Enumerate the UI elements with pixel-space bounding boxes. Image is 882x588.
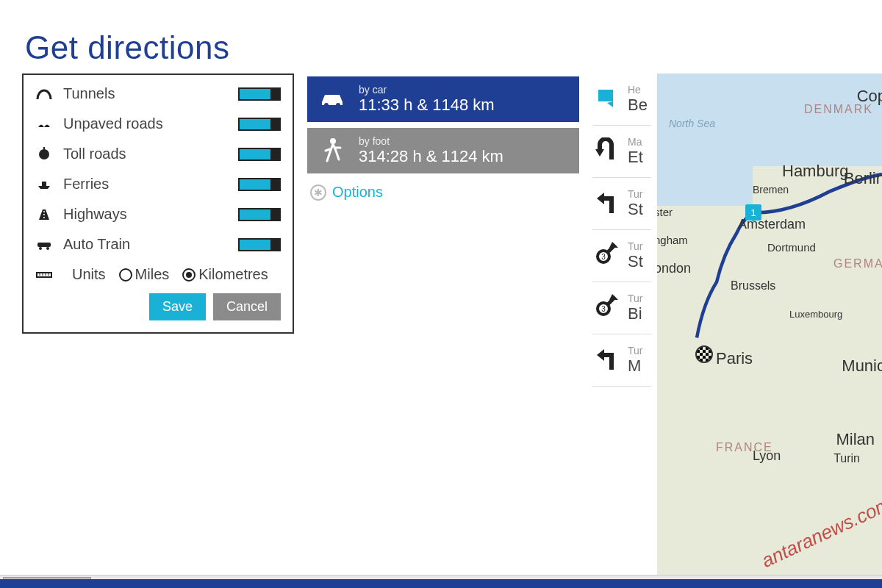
direction-hint: Tur <box>628 240 643 252</box>
toggle-ferries[interactable] <box>238 178 281 191</box>
city-label: Dortmund <box>767 241 816 254</box>
route-card-foot[interactable]: by foot 314:28 h & 1124 km <box>307 128 579 173</box>
routes-column: by car 11:33 h & 1148 km by foot 314:28 … <box>307 74 579 588</box>
city-label: Cop <box>857 87 882 106</box>
direction-main: St <box>628 252 643 271</box>
city-label: ondon <box>657 261 691 276</box>
option-tunnels: Tunnels <box>35 85 281 102</box>
direction-hint: Tur <box>628 293 642 304</box>
route-end-marker[interactable] <box>695 345 713 363</box>
city-label: Milan <box>836 430 875 449</box>
toggle-autotrain[interactable] <box>238 238 281 251</box>
option-highways: Highways <box>35 206 281 223</box>
radio-km-label: Kilometres <box>198 266 268 283</box>
walk-icon <box>318 136 347 165</box>
city-label: Hamburg <box>782 162 848 181</box>
svg-rect-1 <box>43 147 45 151</box>
option-label: Tunnels <box>63 85 115 102</box>
route-options-panel: Tunnels Unpaved roads Toll roads <box>22 74 294 334</box>
options-link[interactable]: ✱ Options <box>307 179 579 205</box>
svg-text:3: 3 <box>601 305 606 313</box>
radio-kilometres[interactable]: Kilometres <box>182 266 268 283</box>
direction-step[interactable]: HeBe <box>592 76 651 126</box>
options-link-label: Options <box>332 184 383 201</box>
route-start-marker[interactable]: 1 <box>745 204 761 220</box>
cancel-button[interactable]: Cancel <box>213 293 281 320</box>
city-label: Turin <box>833 452 860 465</box>
svg-text:3: 3 <box>601 253 606 261</box>
svg-rect-14 <box>598 90 613 101</box>
option-label: Toll roads <box>63 146 126 162</box>
direction-main: Et <box>628 148 643 167</box>
city-label: ngham <box>657 234 688 246</box>
page-title: Get directions <box>25 29 882 66</box>
toll-icon <box>35 147 53 162</box>
city-label: Brussels <box>731 279 775 293</box>
autotrain-icon <box>35 237 53 252</box>
option-ferries: Ferries <box>35 176 281 193</box>
route-summary: 314:28 h & 1124 km <box>359 147 503 166</box>
svg-rect-6 <box>37 273 51 277</box>
ruler-icon <box>35 268 53 282</box>
option-label: Auto Train <box>63 236 130 253</box>
city-label: Munic <box>842 356 882 376</box>
roundabout-icon: 3 <box>592 293 620 320</box>
direction-step[interactable]: 3 TurBi <box>592 285 651 334</box>
toggle-unpaved[interactable] <box>238 118 281 131</box>
turn-left-icon <box>592 188 620 216</box>
city-label: Bremen <box>753 184 789 196</box>
svg-rect-3 <box>37 243 51 247</box>
option-unpaved: Unpaved roads <box>35 115 281 132</box>
country-label: GERMANY <box>833 257 882 270</box>
option-autotrain: Auto Train <box>35 236 281 253</box>
radio-miles-label: Miles <box>135 266 170 283</box>
direction-hint: Ma <box>628 136 643 148</box>
uturn-icon <box>592 136 620 164</box>
option-toll: Toll roads <box>35 146 281 162</box>
direction-main: Bi <box>628 304 642 323</box>
route-mode: by foot <box>359 135 503 147</box>
direction-hint: Tur <box>628 345 642 356</box>
direction-main: St <box>628 200 643 219</box>
footer-bar <box>0 579 882 588</box>
direction-main: Be <box>628 96 648 115</box>
units-row: Units Miles Kilometres <box>35 266 281 283</box>
city-label: Luxembourg <box>789 309 842 320</box>
option-label: Highways <box>63 206 127 223</box>
unpaved-icon <box>35 117 53 132</box>
svg-point-12 <box>336 103 340 107</box>
direction-hint: Tur <box>628 188 643 200</box>
route-card-car[interactable]: by car 11:33 h & 1148 km <box>307 76 579 122</box>
direction-step[interactable]: 3 TurSt <box>592 233 651 282</box>
map[interactable]: North Sea DENMARK GERMANY FRANCE Cop Ham… <box>657 74 882 588</box>
save-button[interactable]: Save <box>149 293 206 320</box>
direction-step[interactable]: TurSt <box>592 181 651 230</box>
directions-list: HeBe MaEt TurSt 3 TurSt 3 TurBi TurM <box>592 74 651 588</box>
svg-point-4 <box>39 247 42 250</box>
flag-icon <box>592 84 620 112</box>
car-icon <box>318 85 347 114</box>
direction-step[interactable]: MaEt <box>592 129 651 178</box>
gear-icon: ✱ <box>310 184 326 201</box>
option-label: Unpaved roads <box>63 115 163 132</box>
turn-left-icon <box>592 345 620 373</box>
svg-point-5 <box>46 247 49 250</box>
route-polyline <box>657 74 882 588</box>
route-mode: by car <box>359 84 495 96</box>
city-label: Lyon <box>753 448 781 464</box>
city-label: Paris <box>716 349 753 368</box>
svg-point-11 <box>324 103 329 107</box>
units-label: Units <box>72 266 106 283</box>
direction-main: M <box>628 356 642 376</box>
option-label: Ferries <box>63 176 109 193</box>
toggle-tunnels[interactable] <box>238 87 281 101</box>
toggle-toll[interactable] <box>238 148 281 161</box>
toggle-highways[interactable] <box>238 208 281 221</box>
route-summary: 11:33 h & 1148 km <box>359 96 495 115</box>
direction-hint: He <box>628 84 648 96</box>
direction-step[interactable]: TurM <box>592 337 651 387</box>
city-label: ster <box>657 206 673 218</box>
city-label: Berlin <box>844 169 882 188</box>
tunnel-icon <box>35 87 53 101</box>
radio-miles[interactable]: Miles <box>119 266 170 283</box>
